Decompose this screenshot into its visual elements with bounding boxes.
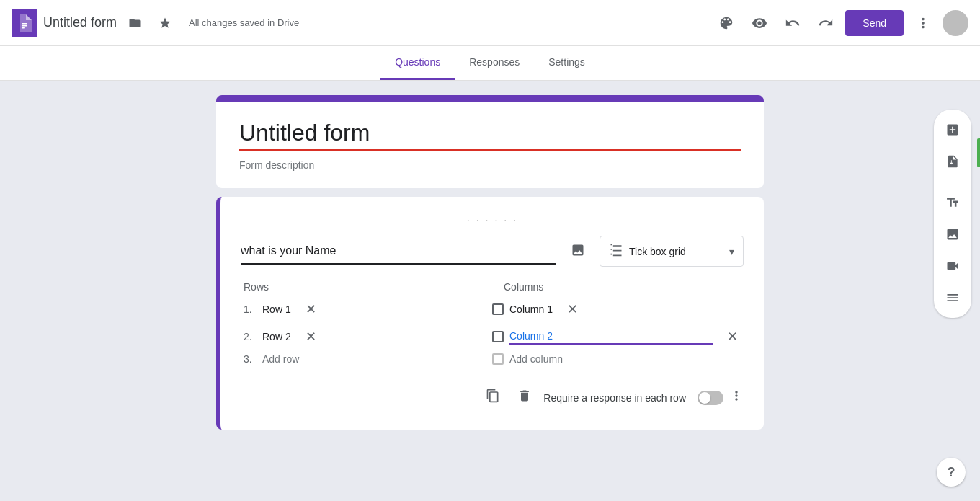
redo-button[interactable] — [812, 9, 839, 37]
question-header: Tick box grid ▾ — [241, 236, 744, 267]
delete-button[interactable] — [512, 383, 538, 412]
row-1-side: 1. Row 1 ✕ — [244, 298, 492, 320]
tabs-bar: Questions Responses Settings — [0, 46, 980, 81]
grid-row-header: Rows Columns — [244, 281, 741, 293]
folder-button[interactable] — [122, 11, 147, 35]
add-section-button[interactable] — [938, 283, 967, 312]
add-row-num: 3. — [244, 353, 257, 365]
table-row: 2. Row 2 ✕ ✕ — [244, 326, 741, 347]
require-label: Require a response in each row — [543, 392, 686, 404]
card-footer: Require a response in each row — [241, 371, 744, 412]
col-2-checkbox — [492, 331, 504, 342]
rows-header-label: Rows — [244, 281, 492, 293]
card-more-button[interactable] — [729, 389, 744, 407]
type-selector[interactable]: Tick box grid ▾ — [600, 236, 744, 267]
saved-status: All changes saved in Drive — [189, 17, 299, 28]
right-sidebar — [934, 110, 971, 318]
form-description: Form description — [239, 159, 741, 171]
palette-button[interactable] — [713, 9, 740, 37]
row-2-delete-button[interactable]: ✕ — [303, 326, 319, 347]
copy-button[interactable] — [480, 383, 506, 412]
topbar: Untitled form All changes saved in Drive… — [0, 0, 980, 46]
question-card: · · · · · · Tick box grid ▾ Rows — [216, 197, 764, 430]
svg-rect-1 — [22, 25, 27, 27]
svg-rect-2 — [22, 27, 25, 29]
sidebar-divider — [943, 182, 963, 182]
row-1-delete-button[interactable]: ✕ — [303, 298, 319, 320]
col-1-checkbox — [492, 303, 504, 315]
add-row-button[interactable]: Add row — [262, 353, 299, 365]
green-indicator — [977, 138, 980, 167]
add-col-checkbox — [492, 353, 504, 365]
form-title-header: Untitled form — [43, 15, 117, 30]
import-questions-button[interactable] — [938, 147, 967, 176]
tab-settings[interactable]: Settings — [534, 46, 600, 80]
more-options-button[interactable] — [909, 9, 937, 37]
avatar — [943, 10, 968, 36]
row-1-text: Row 1 — [262, 303, 291, 315]
row-2-side: 2. Row 2 ✕ — [244, 326, 492, 347]
star-button[interactable] — [153, 11, 177, 35]
toggle-knob — [699, 392, 710, 404]
add-col-side: Add column — [492, 353, 741, 365]
add-column-button[interactable]: Add column — [509, 353, 563, 365]
main-content: Form description · · · · · · Tick box gr… — [0, 81, 980, 500]
svg-rect-0 — [22, 23, 27, 25]
question-input[interactable] — [241, 239, 556, 265]
add-video-button[interactable] — [938, 252, 967, 280]
form-container: Form description · · · · · · Tick box gr… — [216, 95, 764, 486]
col-1-delete-button[interactable]: ✕ — [564, 298, 581, 320]
help-icon: ? — [948, 465, 956, 480]
topbar-right: Send — [490, 9, 968, 37]
type-selector-icon — [609, 242, 623, 260]
form-title-card: Form description — [216, 95, 764, 188]
columns-header-label: Columns — [492, 281, 741, 293]
preview-button[interactable] — [746, 9, 773, 37]
add-image-button[interactable] — [938, 220, 967, 249]
form-title-input[interactable] — [239, 120, 741, 151]
col-2-delete-button[interactable]: ✕ — [724, 326, 741, 347]
send-button[interactable]: Send — [845, 10, 904, 36]
tab-responses[interactable]: Responses — [455, 46, 534, 80]
image-insert-button[interactable] — [565, 237, 591, 265]
row-2-text: Row 2 — [262, 331, 291, 342]
type-selector-label: Tick box grid — [629, 246, 686, 257]
tab-questions[interactable]: Questions — [380, 46, 455, 80]
add-row-col-row: 3. Add row Add column — [244, 353, 741, 365]
grid-section: Rows Columns 1. Row 1 ✕ Column 1 ✕ — [241, 281, 744, 365]
topbar-left: Untitled form All changes saved in Drive — [12, 9, 490, 37]
add-row-side: 3. Add row — [244, 353, 492, 365]
add-title-button[interactable] — [938, 188, 967, 217]
row-2-num: 2. — [244, 331, 257, 342]
col-1-text: Column 1 — [509, 303, 553, 315]
drag-handle: · · · · · · — [241, 214, 744, 227]
help-button[interactable]: ? — [937, 458, 966, 487]
app-icon — [12, 9, 37, 37]
require-toggle[interactable] — [698, 391, 723, 405]
col-1-side: Column 1 ✕ — [492, 298, 741, 320]
col-2-side: ✕ — [492, 326, 741, 347]
add-question-button[interactable] — [938, 115, 967, 144]
table-row: 1. Row 1 ✕ Column 1 ✕ — [244, 298, 741, 320]
col-2-input[interactable] — [509, 329, 713, 345]
undo-button[interactable] — [779, 9, 806, 37]
row-1-num: 1. — [244, 303, 257, 315]
